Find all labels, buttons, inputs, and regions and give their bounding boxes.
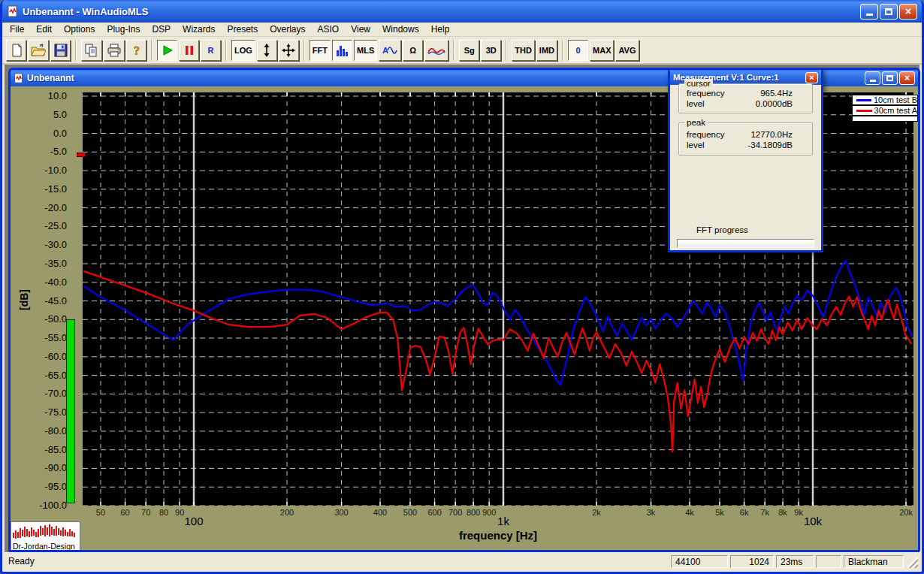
fft-button[interactable]: FFT <box>310 40 331 61</box>
y-tick-label: -5.0 <box>23 146 67 158</box>
menu-item-presets[interactable]: Presets <box>221 23 264 36</box>
y-tick-label: 10.0 <box>23 90 67 102</box>
imd-button[interactable]: IMD <box>536 40 557 61</box>
help-button[interactable]: ? <box>126 40 146 61</box>
x-tick-label: 9k <box>794 508 803 517</box>
response-curves-icon <box>427 45 445 56</box>
x-decade-label: 1k <box>497 515 509 527</box>
legend-entry: 10cm test B <box>852 95 918 105</box>
mls-button[interactable]: MLS <box>354 40 377 61</box>
log-scale-button[interactable]: LOG <box>231 40 255 61</box>
x-tick-label: 3k <box>647 508 656 517</box>
copy-button[interactable] <box>81 40 102 61</box>
status-panel-1024: 1024 <box>730 555 774 568</box>
sg-button[interactable]: Sg <box>459 40 479 61</box>
x-tick-label: 50 <box>96 508 105 517</box>
minimize-button[interactable] <box>860 4 878 20</box>
resize-grip[interactable] <box>907 557 918 568</box>
open-folder-icon <box>31 44 46 57</box>
zero-button[interactable]: 0 <box>568 40 588 61</box>
avg-button[interactable]: AVG <box>615 40 639 61</box>
measurement-dialog-close-button[interactable]: × <box>805 72 818 83</box>
print-button[interactable] <box>104 40 125 61</box>
pause-button[interactable] <box>179 40 199 61</box>
toolbar-separator <box>562 40 563 61</box>
menu-item-view[interactable]: View <box>345 23 376 36</box>
y-axis-title: [dB] <box>18 295 30 310</box>
cursor-groupbox: cursor frequency965.4Hz level0.0000dB <box>678 83 813 113</box>
menu-item-dsp[interactable]: DSP <box>146 23 177 36</box>
y-tick-label: -55.0 <box>23 332 67 344</box>
overload-marker <box>77 153 86 157</box>
peak-groupbox: peak frequency12770.0Hz level-34.1809dB <box>678 122 813 156</box>
toolbar-separator <box>506 40 507 61</box>
open-file-button[interactable] <box>28 40 49 61</box>
peak-level-value: -34.1809dB <box>748 140 793 150</box>
x-tick-label: 7k <box>760 508 769 517</box>
doc-close-button[interactable]: × <box>899 71 915 85</box>
impedance-button[interactable]: Ω <box>403 40 423 61</box>
doc-minimize-button[interactable] <box>865 71 880 85</box>
menu-item-help[interactable]: Help <box>425 23 456 36</box>
status-panel-44100: 44100 <box>671 555 728 568</box>
y-tick-label: -85.0 <box>23 444 67 456</box>
brand-logo: Dr-Jordan-Design <box>11 521 80 550</box>
menu-item-plug-ins[interactable]: Plug-Ins <box>101 23 146 36</box>
x-tick-label: 20k <box>899 508 913 517</box>
copy-icon <box>84 44 99 57</box>
toolbar: ?RLOGFFTMLSAΩSg3DTHDIMD0MAXAVG <box>2 37 922 65</box>
y-tick-label: -25.0 <box>23 220 67 232</box>
svg-text:?: ? <box>134 44 140 57</box>
legend-swatch <box>856 99 871 101</box>
x-tick-label: 300 <box>334 508 348 517</box>
sine-wave-icon: A <box>382 44 398 56</box>
print-icon <box>107 44 122 57</box>
document-icon <box>14 73 24 83</box>
record-button[interactable]: R <box>201 40 221 61</box>
legend-label: 30cm test A <box>874 106 917 115</box>
new-document-button[interactable] <box>6 40 26 61</box>
cursor-frequency-label: frequency <box>687 89 725 98</box>
cursor-level-value: 0.0000dB <box>756 99 793 108</box>
x-tick-label: 6k <box>740 508 749 517</box>
legend-empty-row <box>852 116 918 122</box>
close-button[interactable]: × <box>899 4 917 20</box>
legend-swatch <box>856 110 872 112</box>
legend-label: 10cm test B <box>874 95 917 104</box>
status-panel-23ms: 23ms <box>776 555 814 568</box>
max-button[interactable]: MAX <box>590 40 614 61</box>
x-tick-label: 200 <box>280 508 294 517</box>
response-button[interactable] <box>424 40 448 61</box>
pan-button[interactable] <box>279 40 299 61</box>
x-tick-label: 60 <box>120 508 129 517</box>
menu-item-options[interactable]: Options <box>58 23 101 36</box>
y-tick-label: -80.0 <box>23 425 67 437</box>
menu-item-wizards[interactable]: Wizards <box>177 23 221 36</box>
save-button[interactable] <box>50 40 71 61</box>
vertical-zoom-button[interactable] <box>257 40 277 61</box>
x-tick-label: 70 <box>141 508 150 517</box>
spectrum-button[interactable] <box>332 40 352 61</box>
menu-item-file[interactable]: File <box>4 23 30 36</box>
main-window: Unbenannt - WinAudioMLS × FileEditOption… <box>0 0 924 574</box>
move-cross-icon <box>282 44 295 57</box>
menu-item-asio[interactable]: ASIO <box>311 23 345 36</box>
maximize-button[interactable] <box>880 4 898 20</box>
x-tick-label: 5k <box>715 508 724 517</box>
menu-item-windows[interactable]: Windows <box>376 23 425 36</box>
y-tick-label: -30.0 <box>23 239 67 251</box>
new-document-icon <box>10 44 23 57</box>
3d-button[interactable]: 3D <box>481 40 501 61</box>
main-titlebar[interactable]: Unbenannt - WinAudioMLS × <box>2 0 922 23</box>
doc-maximize-button[interactable] <box>882 71 898 85</box>
x-tick-label: 8k <box>778 508 787 517</box>
play-button[interactable] <box>157 40 177 61</box>
status-panels: 44100102423msBlackman <box>671 555 906 568</box>
thd-button[interactable]: THD <box>512 40 535 61</box>
play-icon <box>162 44 174 56</box>
legend: 10cm test B30cm test A <box>852 95 918 122</box>
signal-button[interactable]: A <box>379 40 401 61</box>
menu-item-overlays[interactable]: Overlays <box>264 23 311 36</box>
menu-item-edit[interactable]: Edit <box>30 23 58 36</box>
level-meter <box>66 319 75 503</box>
